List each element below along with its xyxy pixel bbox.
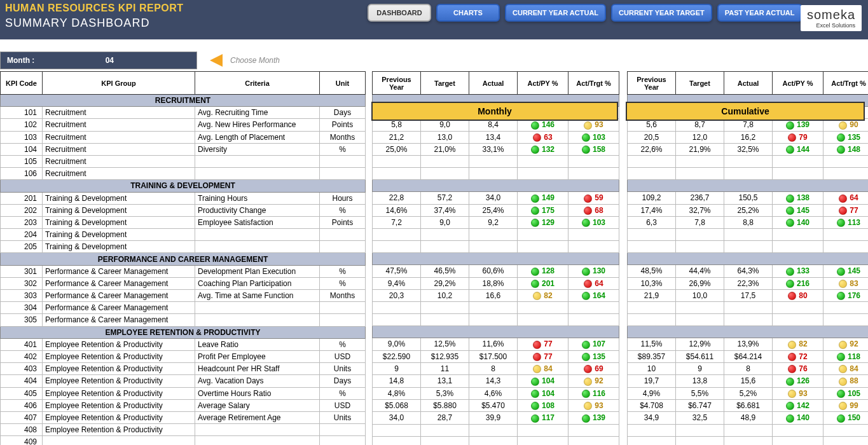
status-dot-icon [786,402,794,410]
status-dot-icon [839,195,847,203]
dashboard-button[interactable]: DASHBOARD [368,4,431,22]
status-dot-icon [839,341,847,349]
cell [469,424,518,436]
cell [373,314,421,326]
table-row [628,314,869,326]
table-row [373,424,619,436]
cell: USD [320,399,366,411]
table-row: 106Recruitment [1,168,366,180]
pct-cell: 130 [568,265,619,277]
py-actual-button[interactable]: PAST YEAR ACTUAL [717,4,803,22]
group-header [373,253,619,265]
status-dot-icon [786,280,794,288]
pct-cell: 149 [518,192,568,204]
cell [568,436,619,445]
cell: 305 [1,314,43,326]
cell [469,314,518,326]
table-row: 408Employee Retention & Productivity [1,424,366,436]
cell [195,302,320,314]
table-row: 103RecruitmentAvg. Length of PlacementMo… [1,131,366,143]
status-dot-icon [788,390,796,398]
pct-cell: 105 [823,387,869,399]
table-row: 20,310,216,682164 [373,289,619,301]
cell: Days [320,375,366,387]
table-row: 109,2236,7150,513864 [628,192,869,204]
cell [724,424,773,436]
status-dot-icon [582,353,590,361]
cell: $5.470 [469,399,518,411]
cell: USD [320,350,366,362]
status-dot-icon [839,280,847,288]
table-row: 22,6%21,9%32,5%144148 [628,143,869,155]
cell [676,436,724,445]
pct-cell: 84 [823,362,869,374]
cell [373,436,421,445]
group-header: TRAINING & DEVELOPMENT [1,180,366,192]
table-row: 101RecruitmentAvg. Recruiting TimeDays [1,107,366,119]
table-row: 302Performance & Career ManagementCoachi… [1,277,366,289]
col-py: Previous Year [628,72,676,95]
cell [421,424,469,436]
cell [676,302,724,314]
table-row: 14,6%37,4%25,4%17568 [373,204,619,216]
cell [773,424,823,436]
cell: 21,9 [628,289,676,301]
status-dot-icon [582,390,590,398]
table-row: 304Performance & Career Management [1,302,366,314]
status-dot-icon [786,378,794,386]
cell: Units [320,411,366,423]
pct-cell: 133 [773,265,823,277]
table-row: 22,857,234,014959 [373,192,619,204]
cell [676,168,724,180]
pct-cell: 99 [823,399,869,411]
cell [823,314,869,326]
cell: Average Salary [195,399,320,411]
cell: 14,3 [469,375,518,387]
cell: 25,4% [469,204,518,216]
pct-cell: 176 [823,289,869,301]
cell: $22.590 [373,350,421,362]
charts-button[interactable]: CHARTS [436,4,500,22]
table-row: 102RecruitmentAvg. New Hires Performance… [1,119,366,131]
col-code: KPI Code [1,72,43,95]
pct-cell: 88 [823,375,869,387]
month-selector[interactable]: Month : 04 [0,51,197,69]
cell: 5,2% [724,387,773,399]
cell: 12,9% [676,338,724,350]
cell [469,168,518,180]
cell [676,229,724,241]
table-row: $4.708$6.747$6.68114299 [628,399,869,411]
cell: 205 [1,241,43,253]
cell: Points [320,119,366,131]
col-target: Target [421,72,469,95]
cell: % [320,204,366,216]
cell: % [320,143,366,155]
status-dot-icon [788,341,796,349]
cell: 9,4% [373,277,421,289]
status-dot-icon [533,365,541,373]
col-py: Previous Year [373,72,421,95]
cell [724,156,773,168]
cell: Leave Ratio [195,338,320,350]
pct-cell: 118 [823,350,869,362]
cell [518,436,568,445]
cell: Months [320,290,366,302]
monthly-table: Previous Year Target Actual Act/PY % Act… [372,71,619,445]
table-row [373,229,619,241]
table-row: 25,0%21,0%33,1%132158 [373,143,619,155]
cell: 22,6% [628,143,676,155]
cell [195,168,320,180]
cy-target-button[interactable]: CURRENT YEAR TARGET [611,4,712,22]
cell [823,302,869,314]
cy-actual-button[interactable]: CURRENT YEAR ACTUAL [505,4,606,22]
pct-cell: 135 [823,131,869,143]
cell: 102 [1,119,43,131]
cell: 301 [1,265,43,277]
cell: 17,5 [724,289,773,301]
cell: 9 [373,362,421,374]
logo-text: someka [807,8,855,22]
col-target: Target [676,72,724,95]
table-row: 403Employee Retention & ProductivityHead… [1,363,366,375]
cell: Profit Per Employee [195,350,320,362]
cell [469,156,518,168]
